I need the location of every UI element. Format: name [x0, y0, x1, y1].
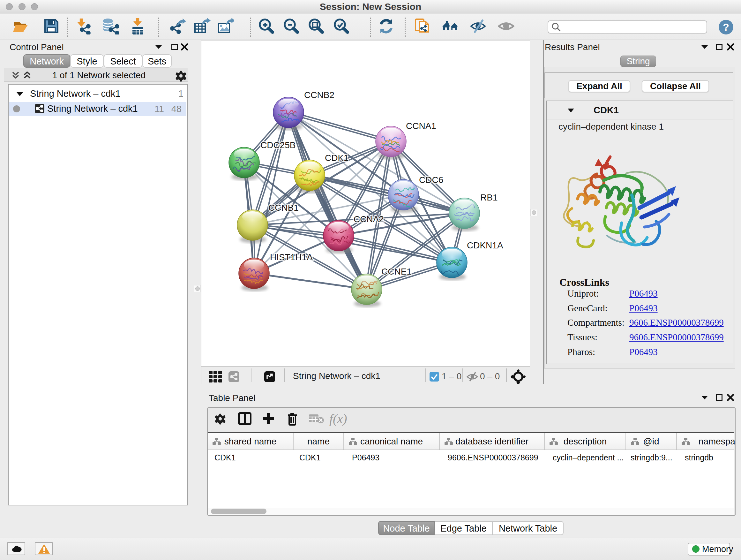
svg-text:RB1: RB1	[480, 192, 497, 202]
svg-text:CDC25B: CDC25B	[260, 140, 295, 150]
svg-text:CCNB1: CCNB1	[268, 203, 299, 212]
svg-text:CCNE1: CCNE1	[381, 266, 412, 276]
svg-text:CDK1: CDK1	[325, 153, 349, 163]
svg-text:CCNA2: CCNA2	[354, 214, 384, 224]
svg-text:CCNA1: CCNA1	[406, 121, 436, 131]
svg-text:CDC6: CDC6	[419, 175, 443, 185]
svg-text:CDKN1A: CDKN1A	[467, 240, 503, 250]
svg-text:HIST1H1A: HIST1H1A	[270, 252, 313, 262]
svg-text:CCNB2: CCNB2	[304, 90, 334, 100]
